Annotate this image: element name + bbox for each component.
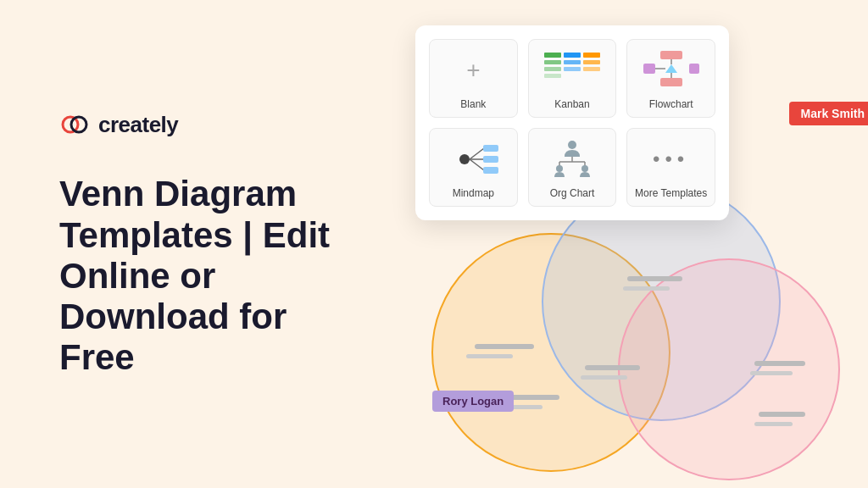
svg-rect-40 <box>509 395 559 400</box>
svg-rect-44 <box>627 276 682 281</box>
svg-rect-16 <box>660 78 682 86</box>
svg-rect-5 <box>544 60 561 64</box>
svg-rect-11 <box>583 67 600 71</box>
svg-rect-27 <box>483 167 498 174</box>
svg-rect-8 <box>544 67 561 71</box>
blank-label: Blank <box>460 98 486 110</box>
creately-logo-icon <box>59 109 90 140</box>
more-thumb: ••• <box>637 136 705 182</box>
logo: creately <box>59 109 339 140</box>
svg-rect-3 <box>564 53 581 58</box>
svg-rect-20 <box>689 64 699 74</box>
svg-rect-18 <box>643 64 655 74</box>
svg-rect-10 <box>544 74 561 78</box>
svg-marker-14 <box>665 64 677 73</box>
template-item-flowchart[interactable]: Flowchart <box>626 39 715 118</box>
svg-rect-6 <box>564 60 581 64</box>
svg-rect-42 <box>585 365 640 370</box>
svg-line-22 <box>470 148 484 159</box>
page-title: Venn Diagram Templates | Edit Online or … <box>59 174 339 378</box>
svg-rect-45 <box>623 286 670 291</box>
kanban-thumb <box>538 47 606 93</box>
orgchart-thumb <box>538 136 606 182</box>
logo-text: creately <box>98 112 178 138</box>
svg-rect-7 <box>583 60 600 64</box>
flowchart-thumb <box>637 47 705 93</box>
kanban-label: Kanban <box>554 98 589 110</box>
svg-rect-39 <box>466 354 513 358</box>
template-item-blank[interactable]: + Blank <box>429 39 518 118</box>
svg-rect-43 <box>581 375 627 380</box>
svg-point-28 <box>568 141 576 149</box>
right-panel: + Blank <box>390 0 868 488</box>
template-grid: + Blank <box>429 39 715 207</box>
svg-rect-4 <box>583 53 600 58</box>
template-item-orgchart[interactable]: Org Chart <box>528 128 617 207</box>
svg-rect-49 <box>754 422 793 426</box>
flowchart-label: Flowchart <box>649 98 693 110</box>
svg-rect-25 <box>483 145 498 152</box>
more-label: More Templates <box>635 187 707 199</box>
svg-rect-48 <box>759 412 805 417</box>
template-item-more[interactable]: ••• More Templates <box>626 128 715 207</box>
mindmap-label: Mindmap <box>453 187 494 199</box>
template-item-kanban[interactable]: Kanban <box>528 39 617 118</box>
mark-smith-badge: Mark Smith <box>789 102 868 125</box>
left-panel: creately Venn Diagram Templates | Edit O… <box>0 58 390 429</box>
svg-point-21 <box>459 154 470 164</box>
svg-line-24 <box>470 159 484 170</box>
template-picker-card: + Blank <box>415 25 729 220</box>
rory-logan-badge: Rory Logan <box>432 391 514 412</box>
blank-thumb: + <box>439 47 507 93</box>
svg-rect-47 <box>750 371 793 375</box>
svg-point-33 <box>556 165 563 172</box>
svg-rect-38 <box>475 344 534 349</box>
mindmap-thumb <box>439 136 507 182</box>
svg-point-34 <box>581 165 588 172</box>
svg-rect-46 <box>754 361 805 366</box>
orgchart-label: Org Chart <box>550 187 595 199</box>
svg-rect-9 <box>564 67 581 71</box>
svg-rect-2 <box>544 53 561 58</box>
svg-rect-12 <box>660 51 682 59</box>
svg-rect-26 <box>483 156 498 163</box>
template-item-mindmap[interactable]: Mindmap <box>429 128 518 207</box>
svg-point-37 <box>619 259 839 480</box>
